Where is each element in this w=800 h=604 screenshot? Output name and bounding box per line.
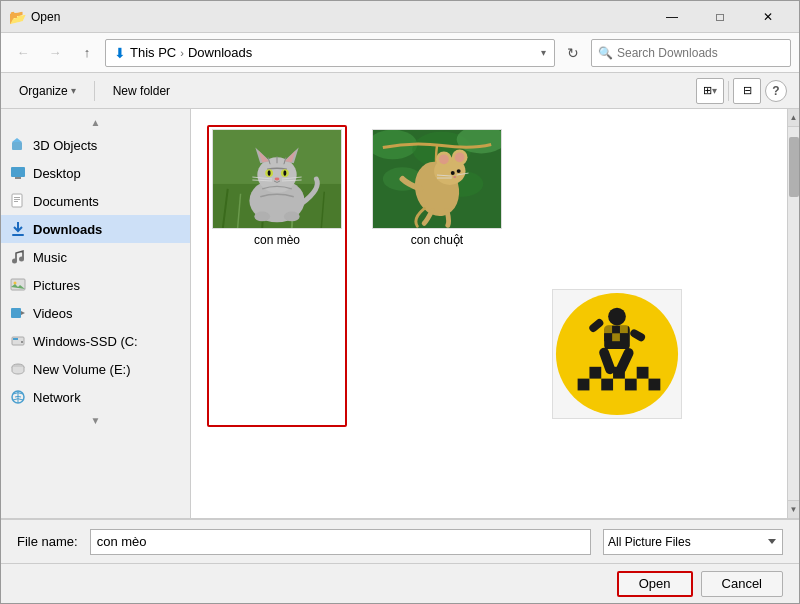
toolbar-right: ⊞ ▾ ⊟ ? — [696, 78, 787, 104]
bottom-section: File name: All Picture Files JPEG (*.jpg… — [1, 518, 799, 603]
help-button[interactable]: ? — [765, 80, 787, 102]
minimize-button[interactable]: — — [649, 3, 695, 31]
sidebar-item-downloads[interactable]: Downloads — [1, 215, 190, 243]
file-label-con-chuot: con chuột — [411, 233, 463, 247]
up-button[interactable]: ↑ — [73, 39, 101, 67]
svg-point-47 — [284, 211, 300, 221]
sidebar-item-3d-objects-label: 3D Objects — [33, 138, 97, 153]
path-this-pc: This PC — [130, 45, 176, 60]
file-name-input[interactable] — [90, 529, 591, 555]
sidebar-item-music[interactable]: Music — [1, 243, 190, 271]
view-icon: ⊞ — [703, 84, 712, 97]
toolbar: Organize ▾ New folder ⊞ ▾ ⊟ ? — [1, 73, 799, 109]
svg-point-63 — [453, 176, 456, 178]
svg-rect-4 — [12, 194, 22, 207]
sidebar-item-documents[interactable]: Documents — [1, 187, 190, 215]
close-button[interactable]: ✕ — [745, 3, 791, 31]
organize-button[interactable]: Organize ▾ — [13, 78, 82, 104]
sidebar-item-documents-label: Documents — [33, 194, 99, 209]
action-bar: Open Cancel — [1, 563, 799, 603]
download-arrow-icon: ⬇ — [114, 45, 126, 61]
path-separator-1: › — [180, 47, 184, 59]
svg-rect-5 — [14, 197, 20, 198]
svg-rect-75 — [612, 333, 620, 341]
sidebar-item-windows-ssd[interactable]: Windows-SSD (C: — [1, 327, 190, 355]
scroll-up-arrow[interactable]: ▲ — [1, 113, 190, 131]
svg-rect-83 — [625, 379, 637, 391]
svg-rect-0 — [12, 142, 22, 150]
scroll-down-arrow[interactable]: ▼ — [1, 411, 190, 429]
search-icon: 🔍 — [598, 46, 613, 60]
sidebar-item-network-label: Network — [33, 390, 81, 405]
sidebar-item-music-label: Music — [33, 250, 67, 265]
content-scrollbar[interactable]: ▲ ▼ — [787, 109, 799, 518]
scroll-thumb[interactable] — [789, 137, 799, 197]
svg-rect-85 — [649, 379, 661, 391]
title-bar: 📂 Open — □ ✕ — [1, 1, 799, 33]
path-dropdown-arrow[interactable]: ▾ — [541, 47, 546, 58]
network-icon — [9, 388, 27, 406]
search-box[interactable]: 🔍 — [591, 39, 791, 67]
sidebar-item-pictures[interactable]: Pictures — [1, 271, 190, 299]
svg-rect-13 — [11, 308, 21, 318]
address-path[interactable]: ⬇ This PC › Downloads ▾ — [105, 39, 555, 67]
pictures-icon — [9, 276, 27, 294]
svg-rect-84 — [637, 367, 649, 379]
new-folder-label: New folder — [113, 84, 170, 98]
svg-marker-14 — [21, 311, 25, 315]
address-bar: ← → ↑ ⬇ This PC › Downloads ▾ ↻ 🔍 — [1, 33, 799, 73]
main-area: ▲ 3D Objects Desktop Documents — [1, 109, 799, 518]
sidebar-item-3d-objects[interactable]: 3D Objects — [1, 131, 190, 159]
file-label-con-meo: con mèo — [254, 233, 300, 247]
sidebar: ▲ 3D Objects Desktop Documents — [1, 109, 191, 518]
svg-rect-82 — [613, 367, 625, 379]
toolbar-separator — [94, 81, 95, 101]
refresh-button[interactable]: ↻ — [559, 39, 587, 67]
sidebar-item-desktop[interactable]: Desktop — [1, 159, 190, 187]
view-mode-button[interactable]: ⊟ — [733, 78, 761, 104]
view-dropdown-button[interactable]: ⊞ ▾ — [696, 78, 724, 104]
file-item-con-chuot[interactable]: con chuột — [367, 125, 507, 427]
svg-point-59 — [439, 154, 449, 164]
sidebar-item-pictures-label: Pictures — [33, 278, 80, 293]
svg-rect-68 — [608, 308, 626, 326]
sidebar-item-videos-label: Videos — [33, 306, 73, 321]
dialog-icon: 📂 — [9, 9, 25, 25]
svg-point-41 — [275, 178, 280, 181]
cat-thumbnail — [212, 129, 342, 229]
file-type-select[interactable]: All Picture Files JPEG (*.jpg;*.jpeg) PN… — [603, 529, 783, 555]
svg-point-60 — [455, 152, 465, 162]
desktop-icon — [9, 164, 27, 182]
sidebar-item-new-volume[interactable]: New Volume (E:) — [1, 355, 190, 383]
music-icon — [9, 248, 27, 266]
forward-button[interactable]: → — [41, 39, 69, 67]
svg-rect-3 — [15, 177, 21, 179]
scroll-down-btn[interactable]: ▼ — [788, 500, 800, 518]
videos-icon — [9, 304, 27, 322]
sidebar-item-new-volume-label: New Volume (E:) — [33, 362, 131, 377]
scroll-up-btn[interactable]: ▲ — [788, 109, 800, 127]
svg-rect-74 — [604, 325, 612, 333]
back-button[interactable]: ← — [9, 39, 37, 67]
svg-rect-16 — [13, 338, 18, 340]
scroll-track — [788, 127, 800, 500]
svg-point-39 — [268, 170, 271, 176]
file-name-bar: File name: All Picture Files JPEG (*.jpg… — [1, 519, 799, 563]
open-button[interactable]: Open — [617, 571, 693, 597]
sidebar-item-network[interactable]: Network — [1, 383, 190, 411]
svg-point-61 — [451, 171, 455, 175]
svg-rect-6 — [14, 199, 20, 200]
search-input[interactable] — [617, 46, 784, 60]
file-item-yellow[interactable] — [547, 285, 687, 427]
svg-rect-79 — [578, 379, 590, 391]
window-controls: — □ ✕ — [649, 3, 791, 31]
toolbar-separator-2 — [728, 81, 729, 101]
svg-marker-1 — [12, 138, 22, 142]
sidebar-item-windows-ssd-label: Windows-SSD (C: — [33, 334, 138, 349]
maximize-button[interactable]: □ — [697, 3, 743, 31]
cancel-button[interactable]: Cancel — [701, 571, 783, 597]
file-item-con-meo[interactable]: con mèo — [207, 125, 347, 427]
svg-point-10 — [19, 257, 24, 262]
sidebar-item-videos[interactable]: Videos — [1, 299, 190, 327]
new-folder-button[interactable]: New folder — [107, 78, 176, 104]
